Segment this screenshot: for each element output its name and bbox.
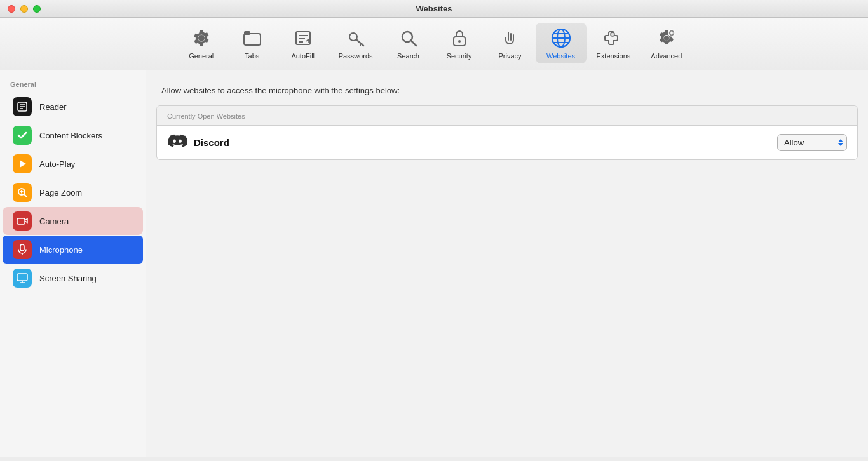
gear-icon: [190, 27, 213, 50]
traffic-lights: [8, 5, 41, 13]
content-description: Allow websites to access the microphone …: [146, 86, 868, 105]
toolbar-label-autofill: AutoFill: [291, 52, 315, 60]
screen-sharing-icon: [13, 269, 32, 288]
toolbar-item-search[interactable]: Search: [383, 23, 434, 63]
sidebar-item-content-blockers[interactable]: Content Blockers: [3, 121, 143, 149]
websites-table: Currently Open Websites Discord Ask: [156, 105, 858, 160]
tabs-icon: [241, 27, 264, 50]
toolbar-item-advanced[interactable]: Advanced: [641, 23, 692, 63]
toolbar-item-websites[interactable]: Websites: [536, 23, 587, 63]
discord-logo: [167, 132, 187, 152]
page-zoom-icon: [13, 183, 32, 202]
sidebar-label-microphone: Microphone: [39, 245, 83, 255]
window-title: Websites: [416, 4, 452, 13]
title-bar: Websites: [0, 0, 868, 18]
sidebar-section-label: General: [0, 81, 146, 92]
sidebar-item-screen-sharing[interactable]: Screen Sharing: [3, 264, 143, 292]
svg-rect-30: [17, 218, 25, 224]
table-header: Currently Open Websites: [157, 106, 857, 126]
microphone-icon: [13, 240, 32, 259]
toolbar-label-tabs: Tabs: [245, 52, 259, 60]
toolbar-label-security: Security: [447, 52, 472, 60]
sidebar-item-reader[interactable]: Reader: [3, 93, 143, 121]
permission-select-container[interactable]: Ask Deny Allow: [777, 134, 847, 151]
table-header-text: Currently Open Websites: [167, 112, 245, 120]
permission-select[interactable]: Ask Deny Allow: [777, 134, 847, 151]
autoplay-icon: [13, 154, 32, 173]
toolbar-label-general: General: [189, 52, 214, 60]
toolbar-item-passwords[interactable]: Passwords: [329, 23, 383, 63]
close-button[interactable]: [8, 5, 15, 13]
sidebar-label-page-zoom: Page Zoom: [39, 188, 82, 197]
svg-line-11: [411, 41, 416, 46]
toolbar: General Tabs AutoFill: [0, 18, 868, 70]
svg-line-27: [24, 194, 27, 197]
permission-select-wrapper: Ask Deny Allow: [777, 134, 847, 151]
table-row: Discord Ask Deny Allow: [157, 126, 857, 159]
sidebar-item-camera[interactable]: Camera: [3, 207, 143, 235]
maximize-button[interactable]: [33, 5, 41, 13]
content-blockers-icon: [13, 126, 32, 145]
toolbar-item-extensions[interactable]: Extensions: [587, 23, 641, 63]
sidebar-label-reader: Reader: [39, 102, 67, 112]
puzzle-icon: [602, 27, 625, 50]
camera-icon: [13, 211, 32, 230]
sidebar-item-microphone[interactable]: Microphone: [3, 236, 143, 264]
toolbar-label-passwords: Passwords: [339, 52, 373, 60]
toolbar-item-autofill[interactable]: AutoFill: [278, 23, 329, 63]
sidebar-item-page-zoom[interactable]: Page Zoom: [3, 178, 143, 206]
svg-rect-34: [17, 274, 27, 281]
content-panel: Allow websites to access the microphone …: [146, 70, 868, 457]
toolbar-item-general[interactable]: General: [176, 23, 227, 63]
sidebar-item-autoplay[interactable]: Auto-Play: [3, 150, 143, 178]
toolbar-item-tabs[interactable]: Tabs: [227, 23, 278, 63]
toolbar-item-privacy[interactable]: Privacy: [485, 23, 536, 63]
sidebar: General Reader Content Blockers: [0, 70, 146, 457]
toolbar-label-advanced: Advanced: [651, 52, 682, 60]
svg-rect-31: [20, 244, 24, 251]
site-name: Discord: [194, 137, 229, 148]
sidebar-label-autoplay: Auto-Play: [39, 159, 75, 169]
svg-point-19: [611, 32, 614, 36]
sidebar-label-content-blockers: Content Blockers: [39, 131, 102, 140]
toolbar-label-privacy: Privacy: [498, 52, 521, 60]
lock-icon: [448, 27, 471, 50]
hand-icon: [499, 27, 522, 50]
autofill-icon: [292, 27, 315, 50]
svg-rect-0: [244, 34, 261, 45]
minimize-button[interactable]: [20, 5, 28, 13]
advanced-gear-icon: [655, 27, 678, 50]
toolbar-label-extensions: Extensions: [597, 52, 631, 60]
globe-icon: [550, 27, 573, 50]
toolbar-label-search: Search: [397, 52, 419, 60]
toolbar-item-security[interactable]: Security: [434, 23, 485, 63]
key-icon: [344, 27, 367, 50]
sidebar-label-camera: Camera: [39, 217, 69, 226]
sidebar-label-screen-sharing: Screen Sharing: [39, 274, 97, 283]
svg-point-13: [458, 40, 461, 43]
svg-point-20: [664, 36, 669, 41]
site-info: Discord: [167, 132, 777, 152]
reader-icon: [13, 97, 32, 116]
main-area: General Reader Content Blockers: [0, 70, 868, 457]
search-icon: [397, 27, 420, 50]
svg-rect-1: [244, 31, 250, 35]
toolbar-label-websites: Websites: [546, 52, 575, 60]
